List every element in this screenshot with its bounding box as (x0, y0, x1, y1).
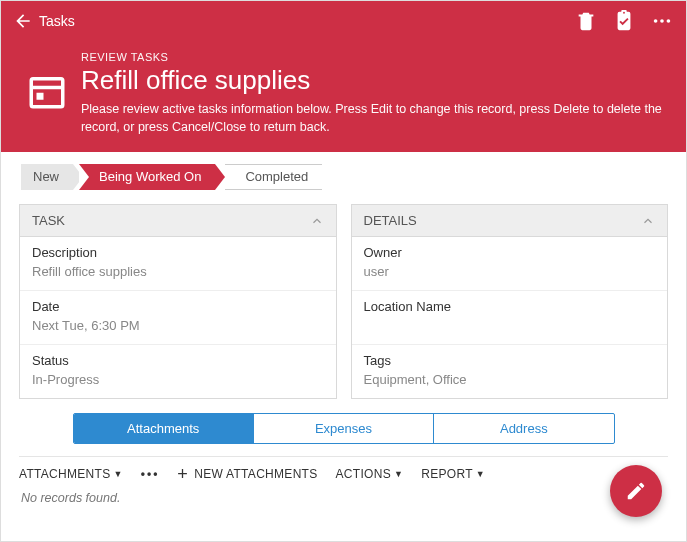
calendar-icon (25, 69, 69, 113)
back-button[interactable]: Tasks (13, 11, 75, 31)
attachments-toolbar: ATTACHMENTS▼ ••• +NEW ATTACHMENTS ACTION… (1, 457, 686, 483)
task-panel-title: TASK (32, 213, 65, 228)
hero-header: Tasks REVIEW TASKS Refill office supplie… (1, 1, 686, 152)
toolbar-more-button[interactable]: ••• (141, 467, 160, 481)
page-subtitle: Please review active tasks information b… (81, 100, 670, 136)
attachments-menu[interactable]: ATTACHMENTS▼ (19, 467, 123, 481)
description-label: Description (32, 245, 324, 260)
top-bar: Tasks (1, 1, 686, 41)
tab-expenses[interactable]: Expenses (254, 414, 434, 443)
workflow-step-completed[interactable]: Completed (225, 164, 322, 190)
status-label: Status (32, 353, 324, 368)
workflow-step-new[interactable]: New (21, 164, 73, 190)
svg-point-0 (654, 19, 658, 23)
actions-menu[interactable]: ACTIONS▼ (336, 467, 404, 481)
sub-tabs: Attachments Expenses Address (73, 413, 615, 444)
description-value: Refill office supplies (32, 264, 324, 280)
more-horizontal-icon (651, 10, 673, 32)
task-panel: TASK Description Refill office supplies … (19, 204, 337, 399)
owner-label: Owner (364, 245, 656, 260)
more-button[interactable] (650, 9, 674, 33)
svg-rect-5 (36, 93, 43, 100)
status-value: In-Progress (32, 372, 324, 388)
location-label: Location Name (364, 299, 656, 314)
workflow-step-working[interactable]: Being Worked On (79, 164, 215, 190)
task-complete-button[interactable] (612, 9, 636, 33)
details-panel-title: DETAILS (364, 213, 417, 228)
date-label: Date (32, 299, 324, 314)
task-panel-header[interactable]: TASK (20, 205, 336, 237)
tags-label: Tags (364, 353, 656, 368)
svg-point-1 (660, 19, 664, 23)
page-title: Refill office supplies (81, 65, 670, 96)
svg-point-2 (667, 19, 671, 23)
new-attachments-button[interactable]: +NEW ATTACHMENTS (177, 467, 317, 481)
svg-rect-3 (31, 79, 63, 107)
pencil-icon (625, 480, 647, 502)
chevron-up-icon (310, 214, 324, 228)
edit-fab[interactable] (610, 465, 662, 517)
details-panel-header[interactable]: DETAILS (352, 205, 668, 237)
empty-message: No records found. (1, 483, 686, 513)
details-panel: DETAILS Owner user Location Name Tags Eq… (351, 204, 669, 399)
date-value: Next Tue, 6:30 PM (32, 318, 324, 334)
delete-button[interactable] (574, 9, 598, 33)
tags-value: Equipment, Office (364, 372, 656, 388)
report-menu[interactable]: REPORT▼ (421, 467, 485, 481)
tab-attachments[interactable]: Attachments (74, 414, 254, 443)
back-label: Tasks (39, 13, 75, 29)
plus-icon: + (177, 468, 188, 480)
owner-value: user (364, 264, 656, 280)
trash-icon (575, 10, 597, 32)
tab-address[interactable]: Address (434, 414, 613, 443)
clipboard-check-icon (613, 10, 635, 32)
location-value (364, 318, 656, 334)
chevron-up-icon (641, 214, 655, 228)
back-arrow-icon (13, 11, 33, 31)
page-eyebrow: REVIEW TASKS (81, 51, 670, 63)
workflow-steps: New Being Worked On Completed (21, 164, 670, 190)
